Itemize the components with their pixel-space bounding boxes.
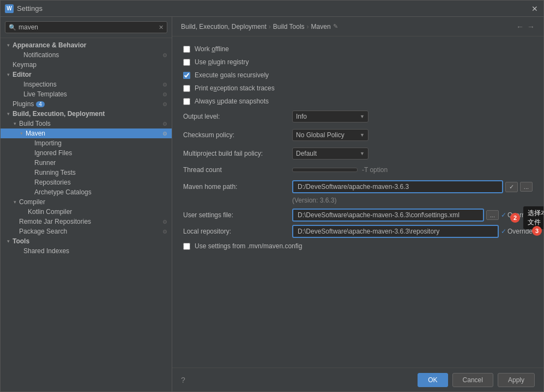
- execute-goals-label: Execute goals recursively: [195, 71, 269, 79]
- work-offline-checkbox[interactable]: [183, 46, 190, 53]
- search-bar: 🔍 ✕: [1, 17, 172, 38]
- apply-button[interactable]: Apply: [498, 373, 535, 387]
- nav-forward-button[interactable]: →: [527, 22, 535, 31]
- sidebar-item-kotlin-compiler[interactable]: Kotlin Compiler: [1, 207, 172, 217]
- config-icon: ⚙: [162, 52, 167, 58]
- user-settings-input[interactable]: D:\DeveSoftware\apache-maven-3.6.3\conf\…: [292, 209, 484, 222]
- sidebar-item-build-execution[interactable]: ▾ Build, Execution, Deployment: [1, 109, 172, 119]
- config-icon: ⚙: [162, 131, 167, 137]
- breadcrumb-sep2: ›: [307, 23, 309, 30]
- local-repo-wrap: Local repository: D:\DeveSoftware\apache…: [183, 225, 533, 238]
- sidebar-item-tools[interactable]: ▾ Tools: [1, 236, 172, 246]
- settings-tree: ▾ Appearance & Behavior Notifications ⚙ …: [1, 38, 172, 391]
- search-wrap[interactable]: 🔍 ✕: [5, 21, 167, 33]
- expand-icon: ▾: [11, 199, 18, 205]
- sidebar-item-keymap[interactable]: Keymap: [1, 60, 172, 70]
- use-plugin-checkbox[interactable]: [183, 59, 190, 66]
- local-repo-row: Local repository: D:\DeveSoftware\apache…: [183, 225, 533, 238]
- output-level-label: Output level:: [183, 113, 292, 120]
- user-settings-wrap: User settings file: D:\DeveSoftware\apac…: [183, 209, 533, 222]
- sidebar-label-runner: Runner: [34, 159, 56, 167]
- local-repo-value: D:\DeveSoftware\apache-maven-3.6.3\repos…: [298, 228, 493, 235]
- multiproject-policy-control: Default ▼: [292, 148, 533, 160]
- maven-home-check-button[interactable]: ✓: [505, 182, 518, 192]
- local-repo-input[interactable]: D:\DeveSoftware\apache-maven-3.6.3\repos…: [292, 225, 499, 238]
- sidebar-item-importing[interactable]: Importing: [1, 138, 172, 148]
- user-settings-value: D:\DeveSoftware\apache-maven-3.6.3\conf\…: [298, 211, 479, 219]
- breadcrumb-part1: Build, Execution, Deployment: [181, 23, 267, 30]
- maven-home-browse-button[interactable]: ...: [520, 182, 533, 192]
- sidebar-label-maven: Maven: [26, 130, 45, 137]
- breadcrumb-bar: Build, Execution, Deployment › Build Too…: [172, 17, 543, 36]
- sidebar-label-build-tools: Build Tools: [19, 120, 51, 127]
- search-input[interactable]: [19, 23, 159, 31]
- main-content: 🔍 ✕ ▾ Appearance & Behavior Notification…: [1, 17, 543, 391]
- use-settings-label: Use settings from .mvn/maven.config: [195, 242, 302, 250]
- sidebar-item-ignored-files[interactable]: Ignored Files: [1, 148, 172, 158]
- thread-count-label: Thread count: [183, 166, 292, 174]
- sidebar-label-shared-indexes: Shared Indexes: [23, 247, 69, 255]
- sidebar-item-shared-indexes[interactable]: Shared Indexes: [1, 246, 172, 256]
- sidebar-item-notifications[interactable]: Notifications ⚙: [1, 50, 172, 60]
- checksum-policy-select[interactable]: No Global Policy ▼: [292, 129, 368, 141]
- sidebar-label-remote-jar: Remote Jar Repositories: [19, 218, 91, 225]
- always-update-checkbox[interactable]: [183, 98, 190, 105]
- sidebar-item-archetype-catalogs[interactable]: Archetype Catalogs: [1, 187, 172, 197]
- print-exception-checkbox[interactable]: [183, 85, 190, 92]
- ok-button[interactable]: OK: [418, 373, 448, 387]
- multiproject-policy-value: Default: [296, 150, 358, 157]
- cancel-button[interactable]: Cancel: [452, 373, 493, 387]
- sidebar-label-plugins: Plugins: [13, 100, 34, 108]
- output-level-value: Info: [296, 113, 358, 120]
- edit-icon[interactable]: ✎: [333, 23, 338, 30]
- override-check-icon: ✓: [501, 211, 506, 219]
- sidebar-label-build-execution: Build, Execution, Deployment: [13, 110, 105, 118]
- sidebar-item-appearance[interactable]: ▾ Appearance & Behavior: [1, 40, 172, 50]
- output-level-select[interactable]: Info ▼: [292, 111, 368, 122]
- close-button[interactable]: ✕: [530, 4, 539, 13]
- multiproject-policy-select[interactable]: Default ▼: [292, 148, 368, 160]
- breadcrumb-part2: Build Tools: [273, 23, 305, 30]
- help-icon[interactable]: ?: [181, 376, 185, 384]
- maven-home-row: Maven home path: D:/DeveSoftware/apache-…: [183, 180, 533, 193]
- app-icon: W: [5, 4, 14, 13]
- sidebar-label-editor: Editor: [13, 71, 32, 78]
- checksum-policy-row: Checksum policy: No Global Policy ▼: [183, 129, 533, 141]
- nav-back-button[interactable]: ←: [516, 22, 524, 31]
- config-icon: ⚙: [162, 101, 167, 107]
- user-settings-browse-button[interactable]: ...: [486, 210, 499, 220]
- sidebar-item-inspections[interactable]: Inspections ⚙: [1, 79, 172, 89]
- use-settings-checkbox[interactable]: [183, 243, 190, 250]
- sidebar-label-repositories: Repositories: [34, 179, 71, 186]
- sidebar-item-package-search[interactable]: Package Search ⚙: [1, 226, 172, 236]
- sidebar-item-plugins[interactable]: Plugins 4 ⚙: [1, 99, 172, 109]
- sidebar-item-maven[interactable]: ▾ Maven ⚙: [1, 128, 172, 138]
- sidebar-item-live-templates[interactable]: Live Templates ⚙: [1, 89, 172, 99]
- thread-count-row: Thread count -T option: [183, 166, 533, 174]
- sidebar-item-editor[interactable]: ▾ Editor: [1, 70, 172, 79]
- checkbox-work-offline: Work offline: [183, 45, 533, 53]
- config-icon: ⚙: [162, 121, 167, 127]
- expand-icon: ▾: [11, 121, 18, 126]
- sidebar-item-compiler[interactable]: ▾ Compiler: [1, 197, 172, 207]
- checkbox-print-exception: Print exception stack traces: [183, 84, 533, 92]
- execute-goals-checkbox[interactable]: [183, 72, 190, 79]
- sidebar-label-archetype-catalogs: Archetype Catalogs: [34, 188, 92, 196]
- sidebar-item-repositories[interactable]: Repositories: [1, 177, 172, 187]
- user-settings-row: User settings file: D:\DeveSoftware\apac…: [183, 209, 533, 222]
- sidebar-label-ignored-files: Ignored Files: [34, 149, 72, 157]
- window-title: Settings: [17, 4, 530, 13]
- thread-count-input[interactable]: [292, 168, 358, 172]
- checksum-policy-control: No Global Policy ▼: [292, 129, 533, 141]
- search-clear-button[interactable]: ✕: [159, 24, 164, 31]
- sidebar-label-running-tests: Running Tests: [34, 169, 76, 176]
- maven-home-wrap: Maven home path: D:/DeveSoftware/apache-…: [183, 180, 533, 204]
- multiproject-policy-label: Multiproject build fail policy:: [183, 150, 292, 157]
- sidebar-item-runner[interactable]: Runner: [1, 158, 172, 168]
- sidebar-item-running-tests[interactable]: Running Tests: [1, 168, 172, 177]
- maven-home-input[interactable]: D:/DeveSoftware/apache-maven-3.6.3: [292, 180, 503, 193]
- sidebar-item-remote-jar[interactable]: Remote Jar Repositories ⚙: [1, 217, 172, 226]
- checkbox-always-update: Always update snapshots: [183, 97, 533, 105]
- sidebar-item-build-tools[interactable]: ▾ Build Tools ⚙: [1, 119, 172, 128]
- sidebar-label-kotlin-compiler: Kotlin Compiler: [28, 208, 72, 216]
